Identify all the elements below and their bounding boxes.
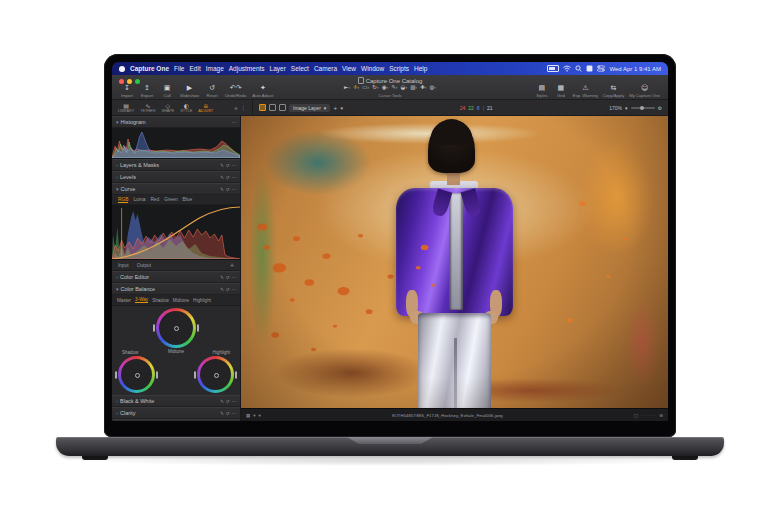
layer-options-icon[interactable]: ▾	[341, 105, 344, 111]
cb-tab-highlight[interactable]: Highlight	[193, 298, 211, 303]
control-center-icon[interactable]	[597, 65, 605, 72]
panel-header-black-white[interactable]: › Black & White ✎↺⋯	[112, 395, 240, 407]
menu-clock[interactable]: Wed Apr 1 9:41 AM	[609, 66, 661, 72]
menu-item-scripts[interactable]: Scripts	[389, 65, 409, 72]
more-icon[interactable]: ⋯	[232, 175, 237, 180]
curve-tab-red[interactable]: Red	[150, 197, 159, 202]
cb-tab-shadow[interactable]: Shadow	[152, 298, 169, 303]
tab-shape[interactable]: ◇SHAPE	[161, 102, 174, 113]
image-canvas[interactable]	[241, 116, 668, 408]
menu-item-edit[interactable]: Edit	[190, 65, 201, 72]
reset-icon[interactable]: ↺	[226, 411, 230, 416]
tab-menu-icon[interactable]: ⋮	[241, 105, 247, 111]
curve-tab-luma[interactable]: Luma	[133, 197, 145, 202]
spot-tool[interactable]: ◉▾	[382, 84, 389, 92]
more-icon[interactable]: ⋯	[232, 187, 237, 192]
menu-item-select[interactable]: Select	[291, 65, 309, 72]
erase-tool[interactable]: ◒▾	[401, 84, 408, 92]
menu-item-layer[interactable]: Layer	[270, 65, 286, 72]
curve-graph[interactable]	[112, 205, 240, 260]
search-icon[interactable]	[575, 65, 582, 72]
tab-style[interactable]: ◐STYLE	[180, 102, 192, 113]
curve-tab-rgb[interactable]: RGB	[118, 197, 128, 203]
panel-header-histogram[interactable]: ▾ Histogram ⋯	[112, 116, 240, 128]
cb-tab-3way[interactable]: 3-Way	[135, 297, 148, 303]
edit-icon[interactable]: ✎	[220, 399, 224, 404]
more-icon[interactable]: ⋯	[232, 399, 237, 404]
zoom-level[interactable]: 170%	[609, 105, 622, 111]
menu-item-app[interactable]: Capture One	[130, 65, 169, 72]
viewer-settings-icon[interactable]: ⚙	[658, 105, 662, 111]
gradient-mask-tool[interactable]: ▨▾	[410, 84, 417, 92]
zoom-caret-icon[interactable]: ▾	[625, 105, 628, 111]
menu-item-camera[interactable]: Camera	[314, 65, 337, 72]
curve-picker-icon[interactable]: ✛	[230, 263, 234, 268]
menu-item-window[interactable]: Window	[361, 65, 384, 72]
more-icon[interactable]: ⋯	[232, 120, 237, 125]
sort-caret-icon[interactable]: ▾	[253, 413, 255, 418]
battery-icon[interactable]	[547, 65, 559, 72]
more-icon[interactable]: ⋯	[232, 163, 237, 168]
apple-menu-icon[interactable]	[119, 66, 125, 72]
menu-item-image[interactable]: Image	[206, 65, 224, 72]
zoom-slider[interactable]	[631, 107, 655, 109]
more-icon[interactable]: ⋯	[232, 287, 237, 292]
wifi-icon[interactable]	[563, 65, 571, 72]
focus-icon[interactable]: ⊕	[659, 413, 663, 418]
clone-tool[interactable]: ◍▾	[430, 84, 437, 92]
grid-button[interactable]: ▦Grid	[554, 84, 568, 98]
tab-tether[interactable]: ∿TETHER	[140, 102, 155, 113]
layer-selector[interactable]: Image Layer▾	[289, 104, 330, 112]
menu-item-view[interactable]: View	[342, 65, 356, 72]
curve-tab-green[interactable]: Green	[164, 197, 177, 202]
panel-header-clarity[interactable]: › Clarity ✎↺⋯	[112, 407, 240, 419]
multi-view-button[interactable]	[259, 104, 266, 111]
exposure-warning-button[interactable]: ⚠Exp. Warning	[573, 84, 598, 98]
browser-grid-icon[interactable]: ▦	[246, 413, 250, 418]
rotate-tool[interactable]: ↻▾	[372, 84, 378, 92]
rating-dots[interactable]: ·····	[641, 413, 656, 418]
input-source-icon[interactable]	[586, 65, 593, 72]
pan-tool[interactable]: ✛▾	[353, 84, 359, 92]
compare-view-button[interactable]	[279, 104, 286, 111]
curve-tab-blue[interactable]: Blue	[183, 197, 193, 202]
more-icon[interactable]: ⋯	[232, 275, 237, 280]
expand-tabs-icon[interactable]: »	[234, 105, 237, 111]
highlight-wheel[interactable]	[197, 356, 234, 393]
heal-tool[interactable]: ✚▾	[420, 84, 426, 92]
menu-item-file[interactable]: File	[174, 65, 184, 72]
reset-icon[interactable]: ↺	[226, 287, 230, 292]
reset-icon[interactable]: ↺	[226, 175, 230, 180]
cb-tab-master[interactable]: Master	[117, 298, 131, 303]
reset-icon[interactable]: ↺	[226, 187, 230, 192]
proof-icon[interactable]: ▢	[634, 413, 638, 418]
more-icon[interactable]: ⋯	[232, 411, 237, 416]
edit-icon[interactable]: ✎	[220, 287, 224, 292]
my-capture-one-button[interactable]: ☺My Capture One	[629, 84, 660, 98]
reset-icon[interactable]: ↺	[226, 275, 230, 280]
panel-header-layers-masks[interactable]: › Layers & Masks ✎↺⋯	[112, 159, 240, 171]
reset-icon[interactable]: ↺	[226, 163, 230, 168]
edit-icon[interactable]: ✎	[220, 163, 224, 168]
shadow-wheel[interactable]	[118, 356, 155, 393]
panel-header-color-editor[interactable]: › Color Editor ✎↺⋯	[112, 271, 240, 283]
panel-header-levels[interactable]: › Levels ✎↺⋯	[112, 171, 240, 183]
panel-header-dehaze[interactable]: › Dehaze ✎⋯	[112, 419, 240, 421]
add-layer-button[interactable]: +	[333, 105, 337, 111]
filter-caret-icon[interactable]: ▾	[259, 413, 261, 418]
panel-header-curve[interactable]: ▾ Curve ✎↺⋯	[112, 183, 240, 195]
reset-icon[interactable]: ↺	[226, 399, 230, 404]
edit-icon[interactable]: ✎	[220, 175, 224, 180]
edit-icon[interactable]: ✎	[220, 187, 224, 192]
midtone-wheel[interactable]	[156, 308, 196, 348]
menu-item-help[interactable]: Help	[414, 65, 427, 72]
copy-apply-button[interactable]: ⇆Copy/Apply	[603, 84, 624, 98]
tab-adjust[interactable]: ≡ADJUST	[198, 102, 213, 113]
panel-header-color-balance[interactable]: ▾ Color Balance ✎↺⋯	[112, 283, 240, 295]
edit-icon[interactable]: ✎	[220, 411, 224, 416]
single-view-button[interactable]	[269, 104, 276, 111]
edit-icon[interactable]: ✎	[220, 275, 224, 280]
draw-mask-tool[interactable]: ✎▾	[391, 84, 397, 92]
crop-tool[interactable]: ▭▾	[362, 84, 369, 92]
select-tool[interactable]: ►▾	[344, 84, 350, 92]
